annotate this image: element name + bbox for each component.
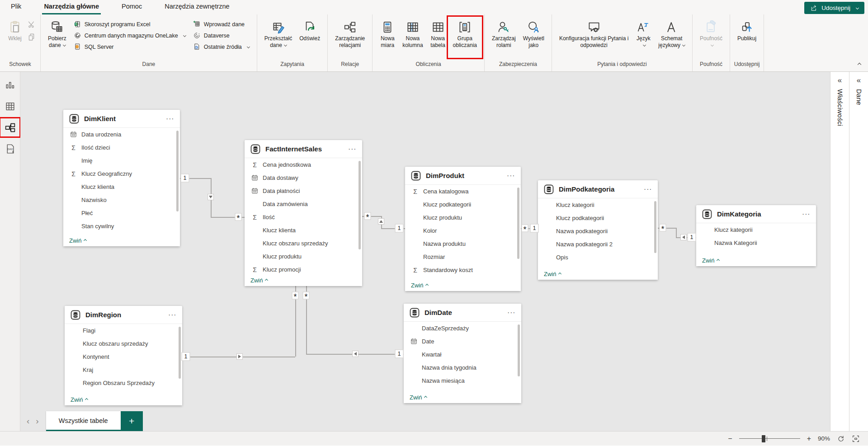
table-dimprodukt[interactable]: DimProdukt...ΣCena katalogowaKlucz podka… xyxy=(405,167,521,291)
field-row[interactable]: Klucz obszaru sprzedaży xyxy=(245,237,362,250)
field-row[interactable]: Kontynent xyxy=(65,350,182,363)
data-panel-label[interactable]: Dane xyxy=(855,89,863,105)
collapse-table-link[interactable]: Zwiń xyxy=(405,279,521,291)
field-row[interactable]: Nazwa Kategorii xyxy=(696,236,816,249)
field-row[interactable]: Nazwa podkategorii xyxy=(538,225,658,238)
field-row[interactable]: Data płatności xyxy=(245,184,362,197)
button-odswiez[interactable]: Odśwież xyxy=(296,18,324,43)
button-nowa-tabela[interactable]: Nowatabela xyxy=(427,18,449,50)
table-scrollbar-thumb[interactable] xyxy=(359,161,361,249)
field-row[interactable]: Klucz kategorii xyxy=(538,198,658,211)
sidenav-model-view[interactable] xyxy=(3,121,17,134)
table-dimdate[interactable]: DimDate...DataZeSprzedażyDateKwartałNazw… xyxy=(404,304,521,403)
field-row[interactable]: Data dostawy xyxy=(245,171,362,184)
field-row[interactable]: ΣCena jednostkowa xyxy=(245,158,362,171)
field-row[interactable]: Imię xyxy=(63,154,180,167)
scroll-tabs-left-icon[interactable]: ‹ xyxy=(27,416,29,426)
button-dataverse[interactable]: Dataverse xyxy=(193,30,250,41)
tab-plik[interactable]: Plik xyxy=(9,0,23,14)
button-pobierz-dane[interactable]: Pobierzdane xyxy=(44,18,70,50)
button-grupa-obliczania[interactable]: Grupaobliczania xyxy=(449,18,481,50)
button-konfiguracja-funkcji-pytania-i-odpowiedzi[interactable]: Konfiguracja funkcji Pytania iodpowiedzi xyxy=(556,18,632,50)
field-row[interactable]: Region Obszaru Sprzedaży xyxy=(65,376,182,390)
table-scrollbar-thumb[interactable] xyxy=(176,131,179,211)
zoom-out-button[interactable]: − xyxy=(728,435,732,443)
table-more-options-button[interactable]: ... xyxy=(166,115,175,122)
tab-narzedzia-zewnetrzne[interactable]: Narzędzia zewnętrzne xyxy=(163,0,231,14)
collapse-table-link[interactable]: Zwiń xyxy=(65,394,182,405)
tab-narzedzia-glowne[interactable]: Narzędzia główne xyxy=(42,0,101,14)
field-row[interactable]: Nazwa dnia tygodnia xyxy=(404,361,521,374)
button-publikuj[interactable]: Publikuj xyxy=(734,18,760,43)
button-zarzadzanie-relacjami[interactable]: Zarządzanierelacjami xyxy=(331,18,368,50)
field-row[interactable]: Klucz podkategorii xyxy=(405,198,521,211)
field-row[interactable]: Klucz klienta xyxy=(245,224,362,237)
field-row[interactable]: Opis xyxy=(538,251,658,264)
field-row[interactable]: ΣCena katalogowa xyxy=(405,185,521,198)
field-row[interactable]: Klucz klienta xyxy=(63,180,180,193)
field-row[interactable]: Klucz podkategorii xyxy=(538,211,658,225)
collapse-table-link[interactable]: Zwiń xyxy=(696,254,816,266)
share-button[interactable]: Udostępnij xyxy=(804,2,864,14)
button-nowa-miara[interactable]: Nowamiara xyxy=(376,18,399,50)
relationship-line[interactable] xyxy=(676,228,677,237)
expand-properties-icon[interactable]: « xyxy=(838,77,842,84)
table-scrollbar-thumb[interactable] xyxy=(179,327,181,379)
button-sql-server[interactable]: SQL Server xyxy=(74,41,186,52)
add-layout-tab-button[interactable]: + xyxy=(121,411,143,431)
field-row[interactable]: Nazwa produktu xyxy=(405,237,521,250)
table-factinternetsales[interactable]: FactInternetSales...ΣCena jednostkowaDat… xyxy=(245,140,362,286)
table-more-options-button[interactable]: ... xyxy=(168,311,177,319)
table-more-options-button[interactable]: ... xyxy=(507,172,515,179)
field-row[interactable]: Kraj xyxy=(65,363,182,376)
table-dimklient[interactable]: DimKlient...Data urodzeniaΣIlość dzieciI… xyxy=(63,110,180,246)
field-row[interactable]: ΣStandardowy koszt xyxy=(405,263,521,277)
tab-pomoc[interactable]: Pomoc xyxy=(120,0,144,14)
field-row[interactable]: Nazwa podkategorii 2 xyxy=(538,238,658,251)
field-row[interactable]: Klucz produktu xyxy=(405,211,521,224)
table-scrollbar-thumb[interactable] xyxy=(654,201,656,253)
field-row[interactable]: Kolor xyxy=(405,224,521,237)
sidenav-report-view[interactable] xyxy=(3,78,17,92)
sidenav-table-view[interactable] xyxy=(3,99,17,113)
reset-zoom-icon[interactable] xyxy=(837,435,845,443)
collapse-table-link[interactable]: Zwiń xyxy=(538,268,658,280)
button-jezyk[interactable]: Język xyxy=(632,18,655,50)
table-more-options-button[interactable]: ... xyxy=(802,210,811,218)
field-row[interactable]: Date xyxy=(404,335,521,348)
sidenav-dax-query-view[interactable]: DAX xyxy=(3,142,17,155)
button-zarzadzaj-rolami[interactable]: Zarządzajrolami xyxy=(488,18,519,50)
field-row[interactable]: Płeć xyxy=(63,207,180,220)
field-row[interactable]: Flagi xyxy=(65,324,182,337)
tab-all-tables[interactable]: Wszystkie tabele xyxy=(46,411,121,431)
table-more-options-button[interactable]: ... xyxy=(644,185,652,193)
zoom-slider-handle[interactable] xyxy=(762,435,765,442)
field-row[interactable]: DataZeSprzedaży xyxy=(404,322,521,335)
table-scrollbar-thumb[interactable] xyxy=(517,188,519,259)
button-skoroszyt-programu-excel[interactable]: XSkoroszyt programu Excel xyxy=(74,19,186,30)
field-row[interactable]: Data zamówienia xyxy=(245,197,362,211)
zoom-slider[interactable] xyxy=(739,435,800,442)
button-ostatnie-zrodla[interactable]: Ostatnie źródła xyxy=(193,41,250,52)
collapse-table-link[interactable]: Zwiń xyxy=(404,391,521,403)
expand-data-icon[interactable]: « xyxy=(857,77,861,84)
fit-to-screen-icon[interactable] xyxy=(852,435,860,443)
field-row[interactable]: ΣIlość dzieci xyxy=(63,141,180,154)
properties-panel-label[interactable]: Właściwości xyxy=(836,89,844,126)
field-row[interactable]: Klucz kategorii xyxy=(696,223,816,236)
field-row[interactable]: Data urodzenia xyxy=(63,128,180,141)
table-dimregion[interactable]: DimRegion...FlagiKlucz obszaru sprzedaży… xyxy=(65,306,182,405)
button-schemat-jezykowy[interactable]: Schematjęzykowy xyxy=(655,18,689,50)
collapse-ribbon-button[interactable] xyxy=(856,61,861,68)
table-more-options-button[interactable]: ... xyxy=(507,309,516,316)
field-row[interactable]: Klucz produktu xyxy=(245,250,362,263)
scroll-tabs-right-icon[interactable]: › xyxy=(36,416,38,426)
field-row[interactable]: ΣKlucz Geograficzny xyxy=(63,167,180,180)
table-scrollbar-thumb[interactable] xyxy=(518,324,520,376)
table-dimkategoria[interactable]: DimKategoria...Klucz kategoriiNazwa Kate… xyxy=(696,205,816,266)
collapse-table-link[interactable]: Zwiń xyxy=(245,274,362,286)
field-row[interactable]: Rozmiar xyxy=(405,250,521,263)
zoom-in-button[interactable]: + xyxy=(807,435,811,443)
field-row[interactable]: Klucz obszaru sprzedaży xyxy=(65,337,182,350)
field-row[interactable]: Nazwisko xyxy=(63,193,180,207)
